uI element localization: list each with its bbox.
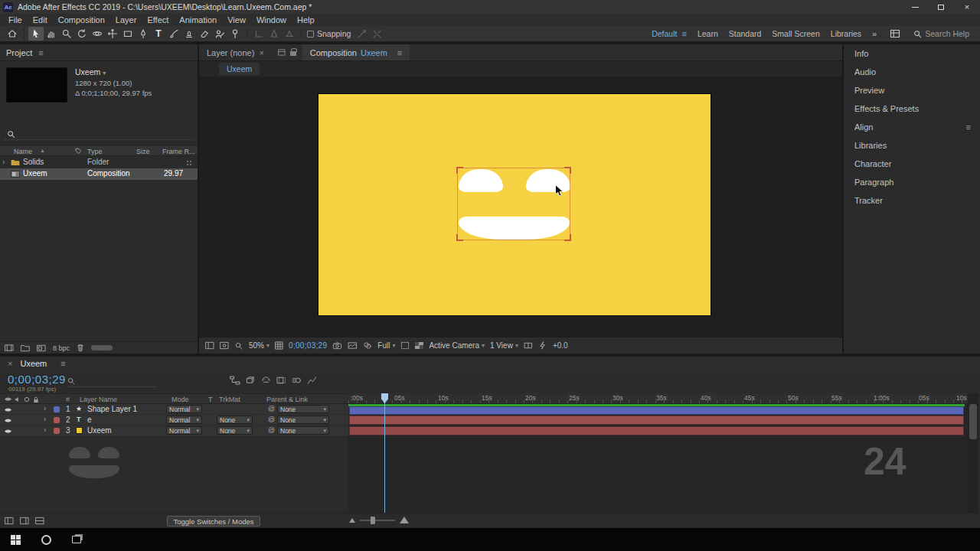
view-layout-dropdown[interactable]: 1 View▾ bbox=[490, 341, 518, 350]
pickwhip-icon[interactable]: @ bbox=[268, 426, 275, 434]
project-row-uxeem[interactable]: Uxeem Composition 29.97 bbox=[0, 168, 198, 180]
project-row-solids[interactable]: › Solids Folder bbox=[0, 157, 198, 168]
column-size[interactable]: Size bbox=[136, 148, 150, 155]
column-layer-name[interactable]: Layer Name bbox=[80, 396, 117, 403]
panel-tab-tracker[interactable]: Tracker bbox=[844, 191, 980, 210]
pan-behind-tool-icon[interactable] bbox=[105, 27, 120, 41]
current-timecode[interactable]: 0;00;03;29 bbox=[8, 373, 66, 386]
type-tool-icon[interactable]: T bbox=[151, 27, 166, 41]
cortana-button[interactable] bbox=[31, 528, 61, 551]
visibility-eye-icon[interactable] bbox=[4, 418, 12, 423]
view-axis-mode-icon[interactable] bbox=[282, 27, 297, 41]
disclosure-icon[interactable]: › bbox=[44, 425, 46, 434]
lock-icon[interactable] bbox=[290, 51, 296, 56]
exposure-value[interactable]: +0.0 bbox=[553, 341, 568, 350]
close-button[interactable]: × bbox=[954, 0, 980, 14]
graph-editor-icon[interactable] bbox=[307, 376, 317, 385]
layer-row-1[interactable]: › 1 ★ Shape Layer 1 Normal▾ @ None▾ bbox=[0, 404, 348, 415]
timeline-vertical-scrollbar[interactable] bbox=[968, 393, 978, 513]
snapping-checkbox[interactable] bbox=[307, 31, 314, 37]
snap-beyond-edges-icon[interactable] bbox=[369, 27, 384, 41]
panel-tab-libraries[interactable]: Libraries bbox=[844, 136, 980, 155]
pixel-aspect-icon[interactable] bbox=[524, 341, 533, 350]
panel-menu-icon[interactable]: ≡ bbox=[60, 359, 65, 368]
layer-bar-text-e[interactable] bbox=[349, 416, 964, 425]
new-folder-icon[interactable] bbox=[21, 344, 30, 352]
workspace-small-screen[interactable]: Small Screen bbox=[772, 29, 819, 38]
hides-shy-layers-icon[interactable] bbox=[261, 376, 271, 385]
composition-canvas[interactable] bbox=[318, 94, 710, 315]
project-item-name[interactable]: Uxeem ▾ bbox=[75, 67, 152, 78]
selection-handle-top-left[interactable] bbox=[456, 167, 463, 174]
layer-row-2[interactable]: › 2 T e Normal▾ None▾ @ None▾ bbox=[0, 415, 348, 425]
parent-dropdown[interactable]: None▾ bbox=[277, 405, 329, 413]
column-name[interactable]: Name bbox=[14, 148, 32, 155]
minimize-button[interactable] bbox=[902, 0, 928, 14]
timeline-tab-label[interactable]: Uxeem bbox=[20, 359, 47, 368]
pickwhip-icon[interactable]: @ bbox=[268, 405, 275, 412]
label-color-chip[interactable] bbox=[54, 428, 60, 434]
workspace-overflow-icon[interactable]: » bbox=[872, 29, 877, 38]
menu-edit[interactable]: Edit bbox=[28, 15, 53, 24]
toggle-inout-panes-icon[interactable] bbox=[35, 517, 44, 525]
layer-bar-shape-layer-1[interactable] bbox=[349, 406, 964, 415]
interpret-footage-icon[interactable] bbox=[5, 344, 14, 352]
pen-tool-icon[interactable] bbox=[136, 27, 151, 41]
column-framerate[interactable]: Frame R... bbox=[162, 148, 195, 155]
workspace-default[interactable]: Default bbox=[652, 29, 677, 38]
shape-tool-icon[interactable] bbox=[120, 27, 136, 41]
label-color-chip[interactable] bbox=[54, 417, 60, 423]
visibility-eye-icon[interactable] bbox=[4, 407, 12, 412]
panel-tab-info[interactable]: Info bbox=[844, 44, 980, 63]
home-icon[interactable] bbox=[5, 27, 20, 41]
close-tab-icon[interactable]: × bbox=[8, 359, 12, 368]
panel-menu-icon[interactable]: ≡ bbox=[38, 48, 43, 57]
layer-bar-uxeem[interactable] bbox=[349, 426, 964, 435]
brush-tool-icon[interactable] bbox=[166, 27, 181, 41]
toggle-layer-switches-icon[interactable] bbox=[5, 517, 14, 525]
workspace-menu-icon[interactable]: ≡ bbox=[681, 29, 686, 38]
selection-handle-top-right[interactable] bbox=[564, 167, 571, 174]
lock-column-icon[interactable] bbox=[33, 396, 39, 403]
layer-viewer-tab[interactable]: Layer (none) × bbox=[199, 44, 272, 60]
task-view-button[interactable] bbox=[61, 528, 92, 551]
rotation-tool-icon[interactable] bbox=[74, 27, 90, 41]
panel-menu-icon[interactable]: ≡ bbox=[397, 48, 402, 57]
resolution-dropdown[interactable]: Full▾ bbox=[377, 341, 395, 350]
viewer-option-icon[interactable] bbox=[205, 341, 214, 350]
magnification-dropdown[interactable]: 50%▾ bbox=[249, 341, 270, 350]
track-matte-dropdown[interactable]: None▾ bbox=[217, 416, 253, 424]
new-composition-icon[interactable] bbox=[37, 344, 46, 352]
menu-composition[interactable]: Composition bbox=[53, 15, 110, 24]
menu-view[interactable]: View bbox=[222, 15, 251, 24]
fast-previews-icon[interactable] bbox=[538, 341, 547, 350]
zoom-slider-thumb[interactable] bbox=[371, 517, 375, 524]
layer-name[interactable]: Uxeem bbox=[87, 426, 112, 435]
column-mode[interactable]: Mode bbox=[172, 396, 189, 403]
menu-effect[interactable]: Effect bbox=[142, 15, 174, 24]
video-column-icon[interactable] bbox=[4, 396, 12, 402]
zoom-slider[interactable] bbox=[360, 520, 395, 521]
layer-name[interactable]: e bbox=[87, 416, 92, 424]
search-help[interactable]: Search Help bbox=[913, 29, 969, 38]
maximize-button[interactable] bbox=[928, 0, 954, 14]
zoom-tool-icon[interactable] bbox=[59, 27, 74, 41]
project-search-field[interactable] bbox=[5, 129, 193, 140]
toggle-switches-modes-button[interactable]: Toggle Switches / Modes bbox=[167, 516, 260, 527]
menu-file[interactable]: File bbox=[3, 15, 28, 24]
column-t[interactable]: T bbox=[208, 396, 213, 403]
selection-handle-bottom-left[interactable] bbox=[456, 234, 463, 241]
puppet-pin-tool-icon[interactable] bbox=[227, 27, 243, 41]
project-panel-header[interactable]: Project ≡ bbox=[0, 44, 198, 61]
panel-tab-preview[interactable]: Preview bbox=[844, 81, 980, 99]
panel-tab-paragraph[interactable]: Paragraph bbox=[844, 173, 980, 191]
selection-handle-bottom-right[interactable] bbox=[564, 234, 571, 241]
panel-tab-character[interactable]: Character bbox=[844, 155, 980, 173]
composition-mini-flowchart-icon[interactable] bbox=[230, 376, 240, 385]
start-button[interactable] bbox=[0, 528, 31, 551]
breadcrumb[interactable]: Uxeem bbox=[219, 63, 260, 75]
menu-help[interactable]: Help bbox=[292, 15, 320, 24]
visibility-eye-icon[interactable] bbox=[4, 429, 12, 434]
panel-tab-audio[interactable]: Audio bbox=[844, 63, 980, 81]
viewer-panel-icon[interactable] bbox=[278, 49, 286, 56]
